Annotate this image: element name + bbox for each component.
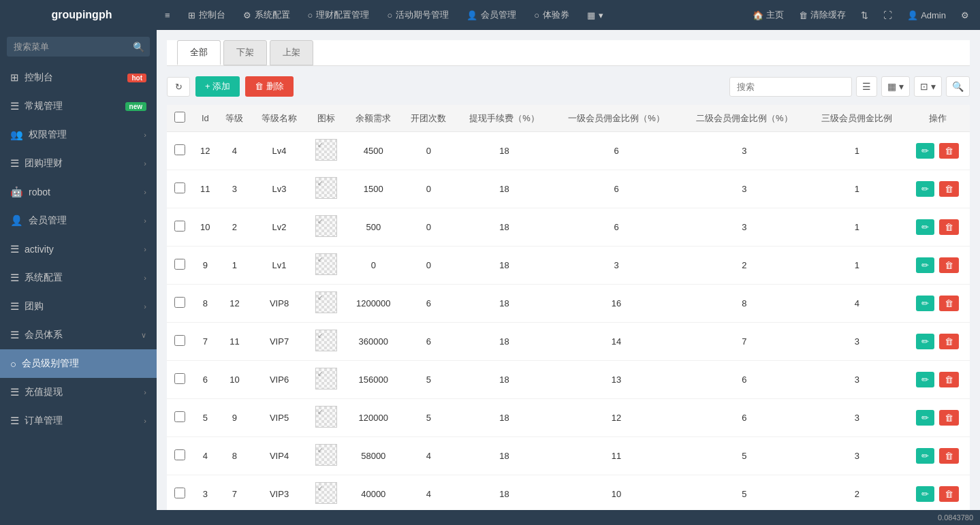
sidebar-item-recharge[interactable]: ☰ 充值提现 ›: [0, 378, 157, 407]
delete-row-button[interactable]: 🗑: [939, 219, 959, 235]
nav-activity-period[interactable]: ○ 活动期号管理: [379, 0, 457, 30]
settings-icon: ⚙: [961, 10, 969, 20]
list-icon7: ☰: [10, 386, 19, 398]
add-button[interactable]: + 添加: [195, 76, 240, 97]
cell-action: ✏ 🗑: [906, 475, 970, 511]
row-checkbox[interactable]: [174, 182, 185, 193]
delete-row-button[interactable]: 🗑: [939, 334, 959, 349]
cell-lvl3: 2: [808, 475, 906, 511]
search-button[interactable]: 🔍: [946, 76, 970, 97]
tab-online[interactable]: 上架: [270, 40, 313, 65]
row-checkbox[interactable]: [174, 488, 185, 498]
list-icon5: ☰: [10, 300, 19, 313]
row-checkbox[interactable]: [174, 297, 185, 308]
sidebar-item-general[interactable]: ☰ 常规管理 new: [0, 92, 157, 121]
tab-all[interactable]: 全部: [177, 40, 221, 65]
cell-lvl3: 3: [808, 361, 906, 399]
sidebar-item-group-finance[interactable]: ☰ 团购理财 ›: [0, 149, 157, 178]
row-checkbox[interactable]: [174, 259, 185, 270]
cell-lvl1: 3: [552, 246, 680, 285]
nav-sort[interactable]: ⇅: [857, 10, 872, 20]
cell-lvl2: 2: [680, 246, 808, 285]
edit-button[interactable]: ✏: [916, 486, 934, 502]
cell-id: 4: [193, 437, 217, 475]
dashboard-sidebar-icon: ⊞: [10, 71, 19, 84]
sidebar-item-label: 系统配置: [25, 272, 144, 284]
nav-admin[interactable]: 👤 Admin: [903, 10, 950, 20]
cell-fee: 18: [456, 475, 552, 511]
main-layout: 🔍 ⊞ 控制台 hot ☰ 常规管理 new 👥 权限管理 › ☰ 团购理财 ›…: [0, 30, 980, 525]
cell-lvl2: 8: [680, 285, 808, 323]
sidebar-item-system-config[interactable]: ☰ 系统配置 ›: [0, 264, 157, 292]
edit-button[interactable]: ✏: [916, 334, 934, 349]
nav-settings[interactable]: ⚙: [957, 10, 973, 20]
cell-action: ✏ 🗑: [906, 361, 970, 399]
edit-button[interactable]: ✏: [916, 143, 934, 159]
sidebar-item-group-purchase[interactable]: ☰ 团购 ›: [0, 292, 157, 321]
delete-row-button[interactable]: 🗑: [939, 410, 959, 426]
nav-experience-coupon[interactable]: ○ 体验券: [526, 0, 578, 30]
admin-icon: 👤: [907, 10, 918, 20]
cell-action: ✏ 🗑: [906, 437, 970, 475]
cell-fee: 18: [456, 361, 552, 399]
edit-button[interactable]: ✏: [916, 372, 934, 387]
nav-finance-config[interactable]: ○ 理财配置管理: [300, 0, 378, 30]
nav-member[interactable]: 👤 会员管理: [458, 0, 524, 30]
edit-button[interactable]: ✏: [916, 257, 934, 273]
user-icon2: 👤: [10, 214, 23, 227]
edit-button[interactable]: ✏: [916, 448, 934, 464]
filter-button[interactable]: ⊡ ▾: [914, 76, 942, 97]
grid-view-button[interactable]: ▦ ▾: [881, 76, 910, 97]
cell-id: 10: [193, 208, 217, 246]
row-checkbox[interactable]: [174, 449, 185, 460]
edit-button[interactable]: ✏: [916, 296, 934, 311]
search-input[interactable]: [729, 77, 852, 97]
list-view-button[interactable]: ☰: [856, 76, 877, 97]
edit-button[interactable]: ✏: [916, 181, 934, 197]
nav-fullscreen[interactable]: ⛶: [879, 10, 896, 20]
cell-icon: [307, 361, 346, 399]
sidebar-item-robot[interactable]: 🤖 robot ›: [0, 178, 157, 206]
fullscreen-icon: ⛶: [883, 10, 892, 20]
delete-row-button[interactable]: 🗑: [939, 143, 959, 159]
nav-grid-menu[interactable]: ▦ ▾: [579, 0, 612, 30]
row-checkbox[interactable]: [174, 335, 185, 346]
sidebar-item-activity[interactable]: ☰ activity ›: [0, 235, 157, 264]
sidebar-item-member-system[interactable]: ☰ 会员体系 ∨: [0, 321, 157, 349]
cell-lvl3: 3: [808, 437, 906, 475]
nav-hamburger[interactable]: ≡: [157, 0, 178, 30]
delete-row-button[interactable]: 🗑: [939, 486, 959, 502]
sidebar-item-member-management[interactable]: 👤 会员管理 ›: [0, 206, 157, 235]
edit-button[interactable]: ✏: [916, 219, 934, 235]
edit-button[interactable]: ✏: [916, 410, 934, 426]
delete-row-button[interactable]: 🗑: [939, 257, 959, 273]
row-checkbox[interactable]: [174, 144, 185, 155]
delete-row-button[interactable]: 🗑: [939, 448, 959, 464]
nav-home[interactable]: 🏠 主页: [748, 9, 788, 21]
nav-system-config[interactable]: ⚙ 系统配置: [235, 0, 298, 30]
sidebar-item-dashboard[interactable]: ⊞ 控制台 hot: [0, 63, 157, 92]
nav-dashboard[interactable]: ⊞ 控制台: [180, 0, 234, 30]
cell-icon: [307, 208, 346, 246]
delete-row-button[interactable]: 🗑: [939, 296, 959, 311]
new-badge: new: [125, 102, 146, 111]
refresh-button[interactable]: ↻: [167, 77, 190, 97]
row-checkbox[interactable]: [174, 373, 185, 384]
row-checkbox[interactable]: [174, 411, 185, 422]
cell-name: VIP8: [252, 285, 307, 323]
cell-id: 12: [193, 132, 217, 170]
row-checkbox[interactable]: [174, 221, 185, 232]
sidebar-item-member-level[interactable]: ○ 会员级别管理: [0, 349, 157, 378]
sidebar-item-permission[interactable]: 👥 权限管理 ›: [0, 121, 157, 149]
list-icon3: ☰: [10, 243, 19, 255]
search-input[interactable]: [7, 37, 150, 57]
select-all-checkbox[interactable]: [174, 112, 185, 123]
nav-clear-cache[interactable]: 🗑 清除缓存: [795, 9, 850, 21]
delete-row-button[interactable]: 🗑: [939, 181, 959, 197]
delete-row-button[interactable]: 🗑: [939, 372, 959, 387]
tab-offline[interactable]: 下架: [223, 40, 267, 65]
gear-icon: ⚙: [243, 10, 251, 20]
delete-button[interactable]: 🗑 删除: [245, 76, 294, 97]
cell-lvl1: 16: [552, 285, 680, 323]
sidebar-item-order[interactable]: ☰ 订单管理 ›: [0, 407, 157, 435]
